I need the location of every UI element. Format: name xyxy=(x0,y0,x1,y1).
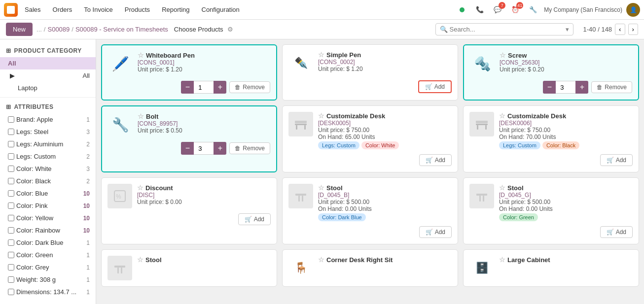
product-card-stool-g[interactable]: ☆ Stool [D_0045_G] Unit price: $ 500.00 … xyxy=(463,177,639,244)
product-card-corner-desk[interactable]: 🪑 ☆ Corner Desk Right Sit xyxy=(282,249,458,287)
user-avatar[interactable]: 👤 xyxy=(626,3,640,17)
attr-checkbox-legs-steel[interactable] xyxy=(8,129,14,135)
sidebar-attr-legs-steel[interactable]: Legs: Steel 3 xyxy=(0,126,96,138)
qty-input[interactable] xyxy=(194,81,214,94)
star-icon[interactable]: ☆ xyxy=(137,256,143,264)
sidebar-attr-color-white[interactable]: Color: White 3 xyxy=(0,163,96,175)
product-card-stool-partial[interactable]: ☆ Stool xyxy=(101,249,277,287)
add-button[interactable]: 🛒 Add xyxy=(600,154,633,166)
product-card-simple-pen[interactable]: ✒️ ☆ Simple Pen [CONS_0002] Unit price: … xyxy=(282,44,458,101)
qty-increase-btn[interactable]: + xyxy=(214,142,226,155)
product-card-customizable-desk-6[interactable]: ☆ Customizable Desk [DESK0006] Unit pric… xyxy=(463,105,639,172)
star-icon[interactable]: ☆ xyxy=(499,112,505,120)
attr-checkbox-color-darkblue[interactable] xyxy=(8,239,14,246)
phone-icon[interactable]: 📞 xyxy=(473,3,487,17)
star-icon[interactable]: ☆ xyxy=(318,51,324,59)
sidebar-attr-color-darkblue[interactable]: Color: Dark Blue 1 xyxy=(0,236,96,249)
sidebar-attr-color-grey[interactable]: Color: Grey 1 xyxy=(0,261,96,273)
sidebar-attr-color-green[interactable]: Color: Green 1 xyxy=(0,249,96,261)
attr-checkbox-color-black[interactable] xyxy=(8,178,14,184)
nav-orders[interactable]: Orders xyxy=(48,4,77,15)
nav-logo[interactable] xyxy=(4,3,18,17)
attr-checkbox-color-rainbow[interactable] xyxy=(8,227,14,234)
attr-checkbox-legs-custom[interactable] xyxy=(8,153,14,160)
search-input[interactable] xyxy=(450,26,564,33)
attr-checkbox-weight[interactable] xyxy=(8,276,14,283)
search-dropdown-btn[interactable]: ▾ xyxy=(566,26,569,33)
attr-checkbox-dimensions[interactable] xyxy=(8,289,14,295)
product-card-discount[interactable]: % ☆ Discount [DISC] Unit price: $ 0.00 🛒 xyxy=(101,177,277,244)
star-icon[interactable]: ☆ xyxy=(318,184,324,192)
sidebar-attr-color-pink[interactable]: Color: Pink 10 xyxy=(0,200,96,212)
gear-icon[interactable]: ⚙ xyxy=(227,26,233,33)
sidebar-attr-dimensions[interactable]: Dimensions: 134.7 ... 1 xyxy=(0,286,96,298)
sidebar-category-all[interactable]: All xyxy=(0,57,96,69)
nav-configuration[interactable]: Configuration xyxy=(197,4,245,15)
product-card-customizable-desk-5[interactable]: ☆ Customizable Desk [DESK0005] Unit pric… xyxy=(282,105,458,172)
product-card-whiteboard-pen[interactable]: 🖊️ ☆ Whiteboard Pen [CONS_0001] Unit pri… xyxy=(101,44,277,101)
attr-checkbox-color-blue[interactable] xyxy=(8,190,14,197)
pagination-prev[interactable]: ‹ xyxy=(615,24,625,35)
sidebar-attr-color-blue[interactable]: Color: Blue 10 xyxy=(0,187,96,200)
breadcrumb-s00089[interactable]: S00089 xyxy=(47,26,70,33)
nav-sales[interactable]: Sales xyxy=(20,4,46,15)
attr-checkbox-color-yellow[interactable] xyxy=(8,215,14,221)
sidebar-attr-weight[interactable]: Weight: 308 g 1 xyxy=(0,273,96,286)
sidebar-attr-color-rainbow[interactable]: Color: Rainbow 10 xyxy=(0,224,96,236)
qty-decrease-btn[interactable]: − xyxy=(181,81,194,94)
attr-checkbox-color-pink[interactable] xyxy=(8,203,14,209)
qty-input[interactable] xyxy=(556,81,575,94)
star-icon[interactable]: ☆ xyxy=(499,184,505,192)
clock-icon[interactable]: ⏰41 xyxy=(508,3,522,17)
attr-checkbox-color-green[interactable] xyxy=(8,252,14,258)
product-card-screw[interactable]: 🔩 ☆ Screw [CONS_25630] Unit price: $ 0.2… xyxy=(463,44,639,101)
attr-checkbox-brand-apple[interactable] xyxy=(8,116,14,123)
add-button[interactable]: 🛒 Add xyxy=(419,154,452,166)
new-button[interactable]: New xyxy=(6,23,33,36)
add-button-highlighted[interactable]: 🛒 Add xyxy=(418,80,452,93)
add-button[interactable]: 🛒 Add xyxy=(600,226,633,238)
product-stock: On Hand: 0.00 Units xyxy=(499,205,633,212)
breadcrumb-dots[interactable]: ... xyxy=(36,26,42,33)
remove-button[interactable]: 🗑 Remove xyxy=(591,81,632,93)
tools-icon[interactable]: 🔧 xyxy=(526,3,540,17)
chat-badge: 7 xyxy=(499,2,505,9)
sidebar-attr-color-black[interactable]: Color: Black 2 xyxy=(0,175,96,187)
star-icon[interactable]: ☆ xyxy=(138,51,144,59)
pagination-next[interactable]: › xyxy=(628,24,638,35)
product-card-bolt[interactable]: 🔧 ☆ Bolt [CONS_89957] Unit price: $ 0.50… xyxy=(101,105,277,172)
chat-icon[interactable]: 💬7 xyxy=(491,3,504,17)
breadcrumb-s00089-detail[interactable]: S00089 - Service on Timesheets xyxy=(75,26,168,33)
sidebar-attr-color-yellow[interactable]: Color: Yellow 10 xyxy=(0,212,96,224)
qty-control: − + xyxy=(543,81,588,94)
star-icon[interactable]: ☆ xyxy=(138,112,144,120)
star-icon[interactable]: ☆ xyxy=(318,256,324,264)
nav-products[interactable]: Products xyxy=(120,4,155,15)
qty-decrease-btn[interactable]: − xyxy=(181,142,194,155)
sidebar-category-all-sub[interactable]: ▶ All xyxy=(0,69,96,82)
sidebar-attr-brand-apple[interactable]: Brand: Apple 1 xyxy=(0,113,96,126)
star-icon[interactable]: ☆ xyxy=(137,184,143,192)
product-card-large-cabinet[interactable]: 🗄️ ☆ Large Cabinet xyxy=(463,249,639,287)
attr-checkbox-color-white[interactable] xyxy=(8,166,14,172)
qty-increase-btn[interactable]: + xyxy=(214,81,226,94)
sidebar-attr-legs-custom[interactable]: Legs: Custom 2 xyxy=(0,150,96,163)
star-icon[interactable]: ☆ xyxy=(499,256,505,264)
qty-input[interactable] xyxy=(194,142,214,155)
star-icon[interactable]: ☆ xyxy=(318,112,324,120)
qty-increase-btn[interactable]: + xyxy=(575,81,588,94)
add-button[interactable]: 🛒 Add xyxy=(238,213,271,225)
add-button[interactable]: 🛒 Add xyxy=(419,226,452,238)
remove-button[interactable]: 🗑 Remove xyxy=(229,81,270,93)
star-icon[interactable]: ☆ xyxy=(500,51,506,59)
nav-reporting[interactable]: Reporting xyxy=(157,4,194,15)
nav-to-invoice[interactable]: To Invoice xyxy=(79,4,118,15)
remove-button[interactable]: 🗑 Remove xyxy=(229,142,270,154)
tag-color-white: Color: White xyxy=(361,141,399,149)
sidebar-attr-legs-aluminium[interactable]: Legs: Aluminium 2 xyxy=(0,138,96,150)
product-card-stool-b[interactable]: ☆ Stool [D_0045_B] Unit price: $ 500.00 … xyxy=(282,177,458,244)
qty-decrease-btn[interactable]: − xyxy=(543,81,556,94)
sidebar-category-laptop[interactable]: Laptop xyxy=(0,82,96,94)
attr-checkbox-legs-aluminium[interactable] xyxy=(8,141,14,147)
attr-checkbox-color-grey[interactable] xyxy=(8,264,14,270)
